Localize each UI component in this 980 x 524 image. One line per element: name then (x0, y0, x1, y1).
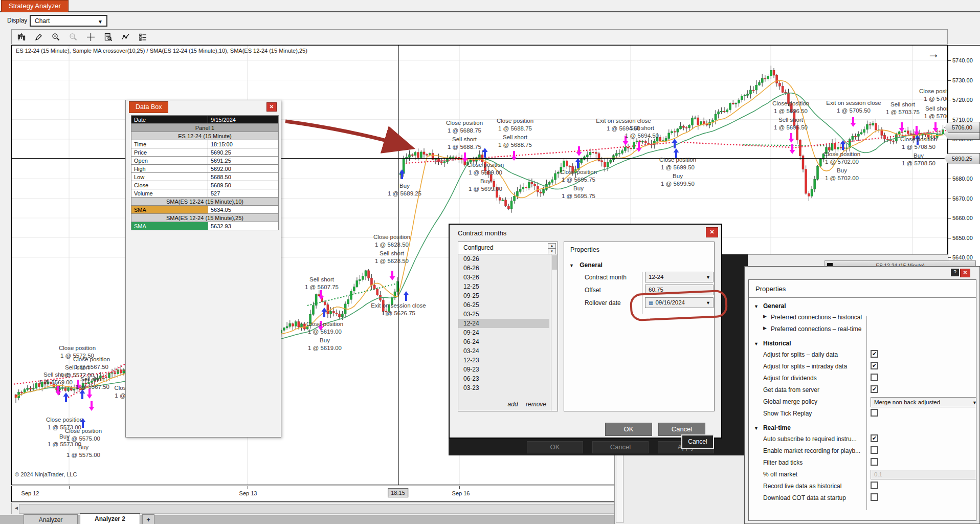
zoom-out-icon[interactable] (68, 32, 78, 42)
add-remove-links: add remove (502, 401, 546, 408)
zoom-in-icon[interactable] (51, 32, 61, 42)
list-spinner[interactable]: ▲ ▼ (548, 243, 556, 253)
data-box-row: SMA5634.05 (131, 206, 279, 214)
display-dropdown[interactable]: Chart ▼ (30, 15, 107, 27)
checkbox[interactable]: ✔ (871, 350, 878, 358)
ok-button[interactable]: OK (605, 423, 652, 436)
background-cancel-button[interactable]: Cancel (681, 434, 714, 449)
time-tick (248, 486, 248, 489)
general-section-header[interactable]: ▼ General (569, 261, 603, 269)
contract-month-item[interactable]: 03-26 (458, 273, 549, 282)
price-tick (948, 238, 951, 238)
collapse-triangle-icon: ▼ (754, 304, 759, 309)
section-historical[interactable]: ▼Historical (749, 335, 976, 349)
property-control: 0.1 (871, 470, 976, 479)
checkbox[interactable] (871, 374, 878, 381)
add-tab-button[interactable]: + (142, 514, 154, 524)
close-icon[interactable]: ✕ (266, 102, 277, 112)
tab-analyzer[interactable]: Analyzer (24, 514, 78, 524)
properties-icon[interactable] (138, 32, 148, 42)
display-dropdown-value: Chart (35, 17, 50, 25)
contract-month-item[interactable]: 12-24 (458, 319, 549, 328)
checkbox[interactable] (871, 493, 878, 501)
price-tick (948, 60, 951, 61)
instrument-properties-window: ? ✕ Properties ▼General▶Preferred connec… (744, 266, 980, 524)
tab-analyzer-2[interactable]: Analyzer 2 (80, 513, 140, 524)
contract-month-item[interactable]: 09-24 (458, 328, 549, 337)
price-tick (948, 218, 951, 219)
contract-month-item[interactable]: 09-26 (458, 254, 549, 264)
property-label: Show Tick Replay (763, 410, 812, 417)
contract-month-item[interactable]: 06-25 (458, 300, 549, 310)
contract-month-item[interactable]: 12-23 (458, 356, 549, 365)
checkbox[interactable]: ✔ (871, 362, 878, 369)
drawing-tools-icon[interactable] (33, 32, 43, 42)
field-label: Offset (585, 287, 601, 294)
indicators-icon[interactable] (120, 32, 130, 42)
price-tick-label: 5720.00 (952, 97, 973, 103)
property-row: Download COT data at startup (749, 492, 976, 504)
checkbox[interactable] (871, 409, 878, 417)
price-tick (948, 80, 951, 81)
property-row: Filter bad ticks (749, 457, 976, 469)
help-icon[interactable]: ? (951, 269, 959, 276)
add-link[interactable]: add (508, 401, 518, 408)
text-input[interactable]: 0.1 (871, 470, 976, 479)
spinner-down-icon[interactable]: ▼ (548, 249, 556, 254)
checkbox[interactable] (871, 446, 878, 454)
dropdown[interactable]: Merge non back adjusted▼ (871, 397, 976, 407)
remove-link[interactable]: remove (526, 401, 546, 408)
scroll-right-icon[interactable]: → (927, 47, 940, 61)
data-box-row: High5692.00 (131, 165, 279, 173)
crosshair-icon[interactable] (85, 32, 96, 42)
scrollbar-left-arrow-icon[interactable]: ◄ (14, 505, 19, 511)
trade-annotation: Buy1 @ 5699.50 (661, 172, 695, 188)
checkbox[interactable] (871, 458, 878, 466)
trade-annotation: Close position1 @ 5619.00 (306, 320, 343, 336)
background-cancel-button[interactable]: Cancel (592, 441, 649, 453)
price-tick (948, 257, 951, 258)
contract-month-item[interactable]: 06-24 (458, 337, 549, 346)
section-general[interactable]: ▼General (749, 298, 976, 312)
display-label: Display (7, 17, 27, 24)
spinner-up-icon[interactable]: ▲ (548, 243, 556, 249)
hand-drawn-arrow-annotation (276, 110, 425, 161)
property-label: Auto subscribe to required instru... (763, 435, 857, 443)
chart-style-icon[interactable] (16, 32, 26, 42)
property-row: Show Tick Replay (749, 408, 976, 420)
expand-triangle-icon[interactable]: ▶ (763, 325, 767, 331)
contract-month-item[interactable]: 06-23 (458, 374, 549, 383)
contract-month-item[interactable]: 03-25 (458, 310, 549, 319)
property-row: Get data from server✔ (749, 384, 976, 396)
expand-triangle-icon[interactable]: ▶ (763, 314, 767, 319)
sell-arrow-icon (89, 401, 95, 411)
contract-month-item[interactable]: 03-23 (458, 383, 549, 392)
property-label: Get data from server (763, 386, 819, 394)
field-contract-month[interactable]: 12-24▼ (645, 272, 714, 282)
contract-month-item[interactable]: 12-25 (458, 282, 549, 291)
section-real-time[interactable]: ▼Real-time (749, 420, 976, 433)
property-label: % off market (763, 471, 797, 478)
contract-month-item[interactable]: 03-24 (458, 346, 549, 356)
trade-annotation: Close position1 @ 5695.75 (560, 168, 597, 184)
price-tick-label: 5650.00 (952, 235, 973, 241)
report-icon[interactable] (103, 32, 113, 42)
scrollbar-thumb[interactable] (19, 504, 618, 514)
data-box-tab[interactable]: Data Box (129, 101, 168, 113)
contract-month-item[interactable]: 09-23 (458, 365, 549, 374)
close-icon[interactable]: ✕ (960, 269, 970, 277)
checkbox[interactable]: ✔ (871, 434, 878, 442)
strategy-analyzer-tab[interactable]: Strategy Analyzer (1, 0, 69, 12)
contract-month-item[interactable]: 06-26 (458, 264, 549, 273)
close-icon[interactable]: ✕ (706, 227, 718, 237)
price-tick-label: 5710.00 (952, 117, 973, 123)
background-ok-button[interactable]: OK (527, 441, 583, 453)
checkbox[interactable]: ✔ (871, 385, 878, 393)
contract-month-item[interactable]: 09-25 (458, 291, 549, 300)
data-box-row: Price5690.25 (131, 148, 279, 157)
chevron-down-icon: ▼ (706, 273, 710, 282)
checkbox[interactable] (871, 482, 878, 489)
list-scrollbar[interactable] (551, 254, 558, 411)
property-control (871, 458, 878, 466)
trade-annotation: Sell short1 @ 5688.75 (498, 134, 532, 149)
